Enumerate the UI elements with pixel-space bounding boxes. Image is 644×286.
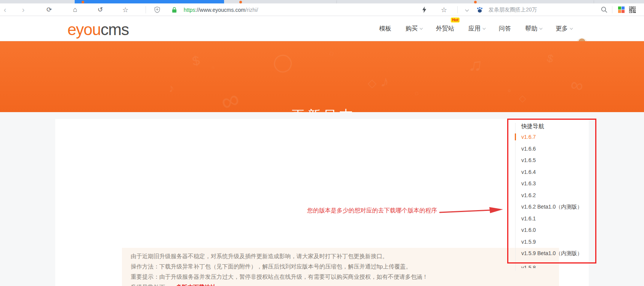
tab-favicon-dot xyxy=(474,1,477,3)
banner-deco-glyph: ♫ xyxy=(467,53,484,76)
content-card: 由于近期旧升级服务器不稳定，对系统升级及插件更新造成影响，请大家及时打下补丁包更… xyxy=(55,119,589,286)
notice-line: 操作方法：下载升级异常补丁包（见下面的附件），解压后找到对应版本号的压缩包，解压… xyxy=(131,263,412,270)
tab-favicon-dot xyxy=(239,1,242,3)
version-link-v1.5.9[interactable]: v1.5.9 xyxy=(521,239,536,245)
banner-deco-glyph: □ xyxy=(212,66,214,70)
banner-deco-glyph: $ xyxy=(546,52,554,66)
version-link-v1.6.1[interactable]: v1.6.1 xyxy=(521,215,536,222)
nav-item-1[interactable]: 购买 xyxy=(405,25,422,33)
forward-icon[interactable]: › xyxy=(18,3,28,16)
version-partial-row: v1.5.8 xyxy=(521,264,536,268)
chevron-down-icon xyxy=(420,26,423,29)
version-link-v1.6.5[interactable]: v1.6.5 xyxy=(521,157,536,163)
version-link-v1.6.2-Beta1.0-[interactable]: v1.6.2 Beta1.0（内测版） xyxy=(521,204,582,210)
chevron-down-icon[interactable] xyxy=(462,3,472,16)
favorite-star-icon[interactable]: ☆ xyxy=(439,3,449,16)
hot-badge: Hot xyxy=(451,18,460,22)
browser-toolbar: ‹ › ⟳ ⌂ ↺ ☆ https://www.eyoucms.com/rizh… xyxy=(0,3,644,16)
nav-item-label: 更多 xyxy=(556,25,568,33)
sidebar-border-line xyxy=(515,123,516,271)
search-icon[interactable] xyxy=(599,3,609,16)
url-scheme: https xyxy=(184,7,195,13)
version-partial-label: v1.5.8 xyxy=(521,265,536,268)
site-logo[interactable]: eyoucms xyxy=(67,21,129,39)
page-banner: $◯♪∞♫◇□□□◦$◇♪∞ 更新日志 xyxy=(0,41,644,112)
main-nav: 模板购买外贸站Hot应用问答帮助更多 xyxy=(379,16,572,41)
banner-deco-glyph: $ xyxy=(191,53,201,69)
patch-label: 升级异常补丁： xyxy=(131,284,171,286)
active-version-marker xyxy=(515,133,516,140)
bookmark-star-icon[interactable]: ☆ xyxy=(120,3,130,16)
history-icon[interactable]: ↺ xyxy=(95,3,105,16)
tab-favicon-dot xyxy=(82,1,84,3)
logo-eyou: eyou xyxy=(67,21,101,39)
banner-deco-glyph: ◦ xyxy=(508,85,511,96)
nav-item-3[interactable]: 应用 xyxy=(468,25,485,33)
browser-window: ‹ › ⟳ ⌂ ↺ ☆ https://www.eyoucms.com/rizh… xyxy=(0,0,644,286)
site-header: eyoucms 模板购买外贸站Hot应用问答帮助更多 xyxy=(0,16,644,41)
page-title: 更新日志 xyxy=(0,107,644,112)
version-link-v1.6.6[interactable]: v1.6.6 xyxy=(521,146,536,152)
tab-divider xyxy=(336,0,337,3)
banner-deco-glyph: ◯ xyxy=(271,49,296,75)
banner-deco-glyph: ◇ xyxy=(519,93,526,104)
nav-item-5[interactable]: 帮助 xyxy=(525,25,541,33)
nav-item-4[interactable]: 问答 xyxy=(499,25,511,33)
tab-divider xyxy=(594,0,594,3)
url-path: /rizhi/ xyxy=(245,7,258,13)
nav-item-label: 购买 xyxy=(405,25,418,33)
active-tab[interactable] xyxy=(75,0,224,3)
hot-search-suggestion[interactable]: 发条朋友圈搭上20万 xyxy=(489,3,537,16)
url-host: ://www.eyoucms.com xyxy=(195,7,245,13)
nav-item-6[interactable]: 更多 xyxy=(556,25,572,33)
chevron-down-icon xyxy=(570,26,573,29)
version-link-v1.6.2[interactable]: v1.6.2 xyxy=(521,192,536,198)
banner-deco-glyph: ∞ xyxy=(569,74,585,96)
notice-box: 由于近期旧升级服务器不稳定，对系统升级及插件更新造成影响，请大家及时打下补丁包更… xyxy=(122,248,559,286)
patch-download-link[interactable]: 多版本下载地址 xyxy=(176,284,216,286)
banner-deco-glyph: □ xyxy=(329,50,334,57)
toolbar-divider xyxy=(612,6,612,13)
banner-deco-glyph: ♪ xyxy=(379,72,391,91)
nav-item-label: 模板 xyxy=(379,25,391,33)
ssl-lock-icon[interactable] xyxy=(169,3,179,16)
browser-tab-strip[interactable] xyxy=(0,0,644,3)
version-link-v1.6.3[interactable]: v1.6.3 xyxy=(521,180,536,186)
apps-grid-icon[interactable] xyxy=(618,6,625,13)
address-bar[interactable]: https://www.eyoucms.com/rizhi/ xyxy=(184,3,258,16)
nav-item-label: 问答 xyxy=(499,25,511,33)
refresh-icon[interactable]: ⟳ xyxy=(44,3,54,16)
nav-item-label: 帮助 xyxy=(525,25,537,33)
home-icon[interactable]: ⌂ xyxy=(70,3,80,16)
nav-item-0[interactable]: 模板 xyxy=(379,25,391,33)
toolbar-divider xyxy=(457,6,458,13)
version-link-v1.5.9-Beta1.0-[interactable]: v1.5.9 Beta1.0（内测版） xyxy=(521,250,582,257)
flash-lightning-icon[interactable] xyxy=(419,3,429,16)
version-link-v1.6.4[interactable]: v1.6.4 xyxy=(521,169,536,175)
banner-deco-glyph: ♪ xyxy=(167,81,175,95)
logo-cms: cms xyxy=(101,21,129,39)
chevron-down-icon xyxy=(539,26,542,29)
banner-deco-glyph: □ xyxy=(415,90,418,96)
annotation-arrow-icon xyxy=(438,204,504,217)
paw-icon xyxy=(475,3,485,16)
back-icon[interactable]: ‹ xyxy=(0,3,10,16)
nav-item-2[interactable]: 外贸站Hot xyxy=(436,25,454,33)
version-link-v1.6.0[interactable]: v1.6.0 xyxy=(521,227,536,233)
version-link-v1.6.7[interactable]: v1.6.7 xyxy=(521,134,536,140)
notice-line: 由于近期旧升级服务器不稳定，对系统升级及插件更新造成影响，请大家及时打下补丁包更… xyxy=(131,253,388,260)
patch-row: 升级异常补丁：多版本下载地址 xyxy=(131,284,216,286)
nav-item-label: 应用 xyxy=(468,25,481,33)
notice-line: 重要提示：由于升级服务器并发压力过大，暂停非授权站点在线升级，有需要可以购买商业… xyxy=(131,273,428,281)
nav-item-label: 外贸站 xyxy=(436,25,454,33)
toolbar-divider xyxy=(146,6,146,13)
annotation-text: 您的版本是多少的想对应的去下载哪个版本的程序 xyxy=(307,207,437,215)
sidebar-title: 快捷导航 xyxy=(521,123,544,130)
shield-icon[interactable] xyxy=(152,3,162,16)
qr-code-icon[interactable] xyxy=(627,3,637,16)
banner-deco-glyph: ◇ xyxy=(368,76,376,90)
chevron-down-icon xyxy=(482,26,485,29)
